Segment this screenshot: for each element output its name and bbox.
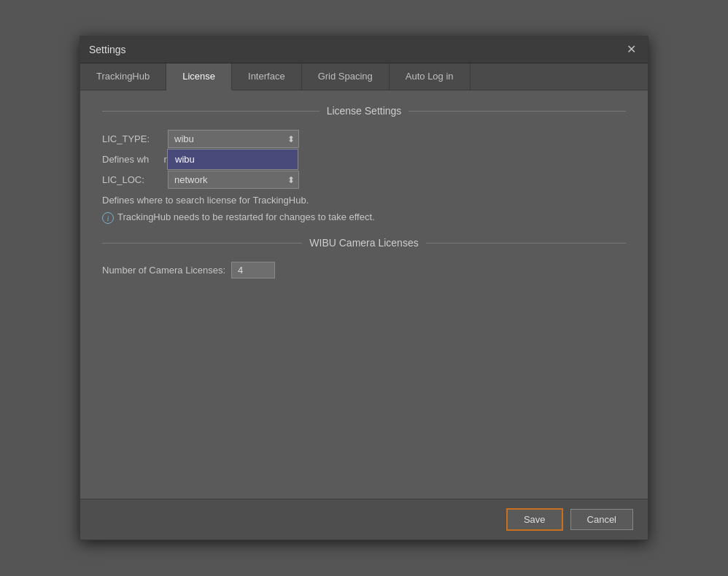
- defines-loc-text: Defines where to search license for Trac…: [102, 195, 626, 206]
- lic-loc-label: LIC_LOC:: [102, 174, 168, 185]
- tab-interface[interactable]: Interface: [232, 63, 302, 90]
- info-icon: i: [102, 212, 114, 224]
- restart-notice: i TrackingHub needs to be restarted for …: [102, 211, 626, 224]
- footer: Save Cancel: [80, 499, 648, 540]
- tab-grid-spacing[interactable]: Grid Spacing: [302, 63, 390, 90]
- wibu-header: WIBU Camera Licenses: [102, 237, 626, 249]
- cancel-button[interactable]: Cancel: [570, 509, 633, 530]
- tab-license[interactable]: License: [166, 63, 232, 90]
- title-bar: Settings ✕: [80, 36, 648, 63]
- lic-loc-select-wrapper: network local ⬍: [168, 171, 299, 189]
- tab-bar: TrackingHub License Interface Grid Spaci…: [80, 63, 648, 90]
- tab-trackinghub[interactable]: TrackingHub: [80, 63, 166, 90]
- dialog-title: Settings: [89, 44, 126, 55]
- license-settings-header: License Settings: [102, 105, 626, 117]
- restart-text: TrackingHub needs to be restarted for ch…: [117, 211, 375, 222]
- lic-type-dropdown: wibu: [167, 149, 298, 170]
- lic-loc-select[interactable]: network local: [168, 171, 299, 189]
- lic-type-row: LIC_TYPE: wibu network ⬍: [102, 130, 626, 148]
- camera-licenses-input[interactable]: [231, 262, 275, 279]
- lic-type-label: LIC_TYPE:: [102, 133, 168, 144]
- settings-dialog: Settings ✕ TrackingHub License Interface…: [80, 36, 648, 540]
- camera-row: Number of Camera Licenses:: [102, 262, 626, 279]
- tab-auto-log-in[interactable]: Auto Log in: [390, 63, 471, 90]
- camera-licenses-label: Number of Camera Licenses:: [102, 265, 225, 276]
- lic-type-select[interactable]: wibu network: [168, 130, 299, 148]
- lic-type-select-wrapper: wibu network ⬍: [168, 130, 299, 148]
- dropdown-item-wibu[interactable]: wibu: [168, 149, 298, 169]
- save-button[interactable]: Save: [506, 508, 563, 531]
- wibu-section: WIBU Camera Licenses Number of Camera Li…: [102, 237, 626, 279]
- close-button[interactable]: ✕: [624, 42, 639, 57]
- lic-loc-row: LIC_LOC: network local ⬍: [102, 171, 626, 189]
- content-area: License Settings LIC_TYPE: wibu network …: [80, 90, 648, 499]
